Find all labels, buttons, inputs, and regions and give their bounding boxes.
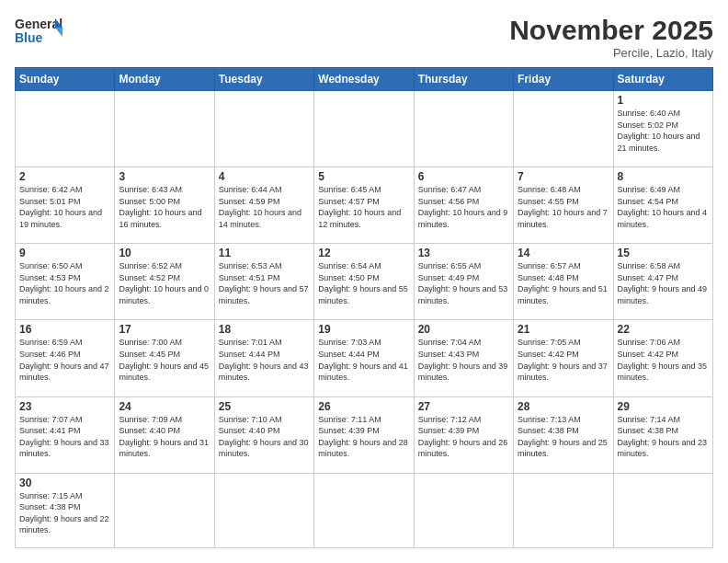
calendar-cell <box>214 473 313 547</box>
day-number: 6 <box>418 170 509 183</box>
day-info: Sunrise: 7:05 AM Sunset: 4:42 PM Dayligh… <box>518 337 609 383</box>
calendar-cell <box>115 91 214 167</box>
calendar-cell <box>414 91 513 167</box>
day-number: 26 <box>318 400 409 413</box>
weekday-header-friday: Friday <box>514 68 613 91</box>
weekday-header-sunday: Sunday <box>16 68 115 91</box>
location: Percile, Lazio, Italy <box>509 46 713 60</box>
day-number: 20 <box>418 323 509 336</box>
day-info: Sunrise: 7:00 AM Sunset: 4:45 PM Dayligh… <box>119 337 210 383</box>
day-number: 16 <box>19 323 110 336</box>
day-info: Sunrise: 6:49 AM Sunset: 4:54 PM Dayligh… <box>618 184 709 230</box>
calendar-cell: 26Sunrise: 7:11 AM Sunset: 4:39 PM Dayli… <box>314 396 414 473</box>
week-row-1: 1Sunrise: 6:40 AM Sunset: 5:02 PM Daylig… <box>16 91 713 167</box>
day-info: Sunrise: 7:13 AM Sunset: 4:38 PM Dayligh… <box>518 414 609 460</box>
week-row-2: 2Sunrise: 6:42 AM Sunset: 5:01 PM Daylig… <box>16 167 713 244</box>
day-number: 13 <box>418 247 509 259</box>
day-number: 10 <box>119 247 210 259</box>
svg-text:Blue: Blue <box>15 30 43 45</box>
calendar-cell: 13Sunrise: 6:55 AM Sunset: 4:49 PM Dayli… <box>414 244 513 320</box>
week-row-6: 30Sunrise: 7:15 AM Sunset: 4:38 PM Dayli… <box>16 473 713 547</box>
logo-svg: GeneralBlue <box>15 15 63 48</box>
svg-marker-3 <box>55 28 63 37</box>
calendar-cell: 19Sunrise: 7:03 AM Sunset: 4:44 PM Dayli… <box>314 320 414 396</box>
calendar-cell: 29Sunrise: 7:14 AM Sunset: 4:38 PM Dayli… <box>613 396 712 473</box>
calendar-cell: 23Sunrise: 7:07 AM Sunset: 4:41 PM Dayli… <box>16 396 115 473</box>
page: GeneralBlue November 2025 Percile, Lazio… <box>0 0 728 563</box>
day-number: 3 <box>119 170 210 183</box>
calendar-cell: 25Sunrise: 7:10 AM Sunset: 4:40 PM Dayli… <box>214 396 313 473</box>
calendar-cell: 2Sunrise: 6:42 AM Sunset: 5:01 PM Daylig… <box>16 167 115 244</box>
calendar-cell: 8Sunrise: 6:49 AM Sunset: 4:54 PM Daylig… <box>613 167 712 244</box>
day-number: 11 <box>219 247 310 259</box>
day-info: Sunrise: 7:01 AM Sunset: 4:44 PM Dayligh… <box>219 337 310 383</box>
day-info: Sunrise: 7:07 AM Sunset: 4:41 PM Dayligh… <box>19 414 110 460</box>
day-info: Sunrise: 7:09 AM Sunset: 4:40 PM Dayligh… <box>119 414 210 460</box>
day-number: 17 <box>119 323 210 336</box>
week-row-3: 9Sunrise: 6:50 AM Sunset: 4:53 PM Daylig… <box>16 244 713 320</box>
day-info: Sunrise: 6:45 AM Sunset: 4:57 PM Dayligh… <box>318 184 409 230</box>
weekday-header-tuesday: Tuesday <box>214 68 313 91</box>
calendar-cell: 24Sunrise: 7:09 AM Sunset: 4:40 PM Dayli… <box>115 396 214 473</box>
day-number: 1 <box>618 94 709 107</box>
calendar-cell: 10Sunrise: 6:52 AM Sunset: 4:52 PM Dayli… <box>115 244 214 320</box>
day-info: Sunrise: 6:54 AM Sunset: 4:50 PM Dayligh… <box>318 260 409 306</box>
calendar-cell <box>613 473 712 547</box>
day-info: Sunrise: 7:14 AM Sunset: 4:38 PM Dayligh… <box>618 414 709 460</box>
day-number: 25 <box>219 400 310 413</box>
day-number: 28 <box>518 400 609 413</box>
day-number: 2 <box>19 170 110 183</box>
day-info: Sunrise: 6:57 AM Sunset: 4:48 PM Dayligh… <box>518 260 609 306</box>
day-number: 22 <box>618 323 709 336</box>
calendar-cell: 22Sunrise: 7:06 AM Sunset: 4:42 PM Dayli… <box>613 320 712 396</box>
calendar-cell: 3Sunrise: 6:43 AM Sunset: 5:00 PM Daylig… <box>115 167 214 244</box>
calendar-cell: 15Sunrise: 6:58 AM Sunset: 4:47 PM Dayli… <box>613 244 712 320</box>
calendar-cell <box>514 91 613 167</box>
calendar-cell: 16Sunrise: 6:59 AM Sunset: 4:46 PM Dayli… <box>16 320 115 396</box>
day-info: Sunrise: 7:12 AM Sunset: 4:39 PM Dayligh… <box>418 414 509 460</box>
day-number: 21 <box>518 323 609 336</box>
calendar-cell <box>514 473 613 547</box>
calendar-cell: 1Sunrise: 6:40 AM Sunset: 5:02 PM Daylig… <box>613 91 712 167</box>
day-info: Sunrise: 7:11 AM Sunset: 4:39 PM Dayligh… <box>318 414 409 460</box>
week-row-5: 23Sunrise: 7:07 AM Sunset: 4:41 PM Dayli… <box>16 396 713 473</box>
calendar-cell: 18Sunrise: 7:01 AM Sunset: 4:44 PM Dayli… <box>214 320 313 396</box>
weekday-header-monday: Monday <box>115 68 214 91</box>
day-info: Sunrise: 6:44 AM Sunset: 4:59 PM Dayligh… <box>219 184 310 230</box>
day-number: 18 <box>219 323 310 336</box>
calendar-cell: 5Sunrise: 6:45 AM Sunset: 4:57 PM Daylig… <box>314 167 414 244</box>
calendar-cell <box>214 91 313 167</box>
day-info: Sunrise: 6:47 AM Sunset: 4:56 PM Dayligh… <box>418 184 509 230</box>
day-number: 12 <box>318 247 409 259</box>
day-number: 4 <box>219 170 310 183</box>
calendar-cell <box>314 473 414 547</box>
calendar-cell: 21Sunrise: 7:05 AM Sunset: 4:42 PM Dayli… <box>514 320 613 396</box>
day-info: Sunrise: 6:48 AM Sunset: 4:55 PM Dayligh… <box>518 184 609 230</box>
day-number: 7 <box>518 170 609 183</box>
day-number: 30 <box>19 477 110 489</box>
calendar-cell: 11Sunrise: 6:53 AM Sunset: 4:51 PM Dayli… <box>214 244 313 320</box>
calendar-cell: 30Sunrise: 7:15 AM Sunset: 4:38 PM Dayli… <box>16 473 115 547</box>
day-info: Sunrise: 6:52 AM Sunset: 4:52 PM Dayligh… <box>119 260 210 306</box>
calendar-cell <box>16 91 115 167</box>
week-row-4: 16Sunrise: 6:59 AM Sunset: 4:46 PM Dayli… <box>16 320 713 396</box>
day-info: Sunrise: 6:40 AM Sunset: 5:02 PM Dayligh… <box>618 108 709 154</box>
weekday-header-wednesday: Wednesday <box>314 68 414 91</box>
day-info: Sunrise: 6:59 AM Sunset: 4:46 PM Dayligh… <box>19 337 110 383</box>
day-number: 8 <box>618 170 709 183</box>
day-info: Sunrise: 7:15 AM Sunset: 4:38 PM Dayligh… <box>19 490 110 536</box>
day-info: Sunrise: 7:03 AM Sunset: 4:44 PM Dayligh… <box>318 337 409 383</box>
logo: GeneralBlue <box>15 15 63 48</box>
calendar-cell: 6Sunrise: 6:47 AM Sunset: 4:56 PM Daylig… <box>414 167 513 244</box>
day-number: 29 <box>618 400 709 413</box>
weekday-header-saturday: Saturday <box>613 68 712 91</box>
weekday-header-row: SundayMondayTuesdayWednesdayThursdayFrid… <box>16 68 713 91</box>
day-info: Sunrise: 6:55 AM Sunset: 4:49 PM Dayligh… <box>418 260 509 306</box>
month-title: November 2025 <box>509 15 713 46</box>
day-number: 5 <box>318 170 409 183</box>
calendar: SundayMondayTuesdayWednesdayThursdayFrid… <box>15 67 713 548</box>
day-number: 24 <box>119 400 210 413</box>
weekday-header-thursday: Thursday <box>414 68 513 91</box>
calendar-cell: 9Sunrise: 6:50 AM Sunset: 4:53 PM Daylig… <box>16 244 115 320</box>
header: GeneralBlue November 2025 Percile, Lazio… <box>15 15 713 60</box>
